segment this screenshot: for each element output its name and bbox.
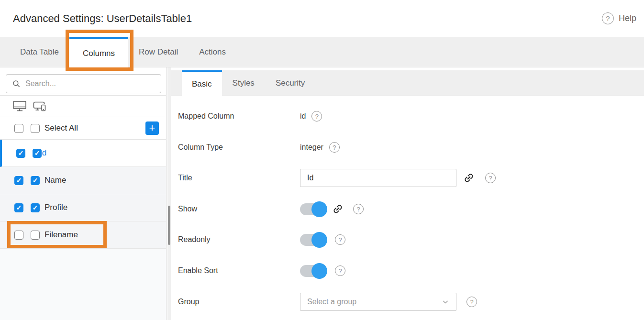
device-filter-row — [0, 96, 166, 117]
search-input[interactable] — [25, 79, 155, 88]
group-select-placeholder: Select a group — [307, 298, 442, 306]
page-title: Advanced Settings: UserDetailsTable1 — [13, 12, 192, 25]
column-row-name[interactable]: ✓ ✓ Name — [0, 167, 166, 194]
field-show: Show ? — [178, 199, 639, 220]
add-column-button[interactable]: + — [145, 121, 159, 135]
title-label: Title — [178, 174, 300, 182]
select-all-mobile-checkbox[interactable] — [31, 124, 40, 133]
column-row-filename[interactable]: Filename — [0, 221, 166, 249]
mapped-column-label: Mapped Column — [178, 112, 300, 121]
column-type-value: integer — [300, 143, 323, 152]
list-empty-area — [0, 249, 166, 320]
question-icon[interactable]: ? — [335, 265, 345, 276]
tab-columns[interactable]: Columns — [69, 37, 128, 67]
tab-row-detail[interactable]: Row Detail — [128, 37, 189, 67]
column-row-id[interactable]: ✓ ✓ Id — [0, 140, 166, 167]
mapped-column-value: id — [300, 112, 306, 121]
show-toggle[interactable] — [300, 201, 327, 217]
question-icon[interactable]: ? — [353, 204, 364, 214]
scrollbar — [167, 67, 171, 320]
name-mobile-checkbox[interactable]: ✓ — [31, 176, 40, 185]
question-icon[interactable]: ? — [485, 173, 496, 183]
search-icon — [12, 79, 21, 88]
question-icon[interactable]: ? — [329, 142, 340, 153]
column-row-profile[interactable]: ✓ ✓ Profile — [0, 194, 166, 221]
field-mapped-column: Mapped Column id ? — [178, 106, 639, 127]
question-icon[interactable]: ? — [466, 297, 477, 307]
help-icon: ? — [602, 12, 614, 24]
group-label: Group — [178, 298, 300, 306]
tab-styles[interactable]: Styles — [222, 70, 265, 96]
field-column-type: Column Type integer ? — [178, 137, 639, 158]
link-icon[interactable] — [332, 203, 344, 215]
tab-data-table[interactable]: Data Table — [10, 37, 69, 67]
column-detail-panel: Basic Styles Security Mapped Column id ?… — [171, 67, 644, 320]
header: Advanced Settings: UserDetailsTable1 ? H… — [0, 0, 644, 37]
field-title: Title ? — [178, 167, 639, 188]
desktop-icon[interactable] — [12, 100, 27, 112]
dialog-body: Select All + ✓ ✓ Id ✓ ✓ Name ✓ ✓ Profile — [0, 67, 644, 320]
readonly-toggle[interactable] — [300, 232, 327, 248]
devices-icon[interactable] — [33, 100, 47, 112]
column-row-label: Filename — [44, 230, 78, 240]
search-row — [0, 67, 166, 96]
chevron-down-icon — [442, 298, 449, 306]
profile-desktop-checkbox[interactable]: ✓ — [14, 203, 23, 212]
tab-basic[interactable]: Basic — [182, 70, 222, 96]
title-input[interactable] — [300, 169, 456, 187]
enable-sort-label: Enable Sort — [178, 266, 300, 275]
main-tab-bar: Data Table Columns Row Detail Actions — [0, 37, 644, 67]
select-all-desktop-checkbox[interactable] — [14, 124, 23, 133]
show-label: Show — [178, 205, 300, 213]
column-row-label: Profile — [44, 203, 67, 212]
field-group: Group Select a group ? — [178, 291, 639, 312]
column-row-label: Name — [44, 176, 66, 185]
columns-list-panel: Select All + ✓ ✓ Id ✓ ✓ Name ✓ ✓ Profile — [0, 67, 167, 320]
select-all-label: Select All — [44, 123, 78, 133]
help-label: Help — [619, 13, 636, 23]
select-all-row: Select All + — [0, 117, 166, 140]
filename-desktop-checkbox[interactable] — [14, 231, 23, 240]
scrollbar-track — [167, 67, 171, 320]
column-type-label: Column Type — [178, 143, 300, 152]
search-box[interactable] — [6, 74, 161, 93]
link-icon[interactable] — [463, 172, 475, 184]
enable-sort-toggle[interactable] — [300, 263, 327, 279]
tab-security[interactable]: Security — [265, 70, 315, 96]
help-button[interactable]: ? Help — [602, 12, 636, 24]
advanced-settings-dialog: Advanced Settings: UserDetailsTable1 ? H… — [0, 0, 644, 320]
tab-actions[interactable]: Actions — [189, 37, 236, 67]
field-readonly: Readonly ? — [178, 229, 639, 250]
scrollbar-thumb[interactable] — [168, 206, 170, 245]
detail-tab-bar: Basic Styles Security — [171, 70, 644, 96]
id-desktop-checkbox[interactable]: ✓ — [16, 149, 25, 158]
column-row-label: Id — [40, 148, 46, 158]
filename-mobile-checkbox[interactable] — [31, 231, 40, 240]
profile-mobile-checkbox[interactable]: ✓ — [31, 203, 40, 212]
group-select[interactable]: Select a group — [300, 293, 456, 311]
field-enable-sort: Enable Sort ? — [178, 260, 639, 281]
question-icon[interactable]: ? — [311, 111, 322, 121]
readonly-label: Readonly — [178, 235, 300, 244]
name-desktop-checkbox[interactable]: ✓ — [14, 176, 23, 185]
question-icon[interactable]: ? — [335, 234, 345, 245]
